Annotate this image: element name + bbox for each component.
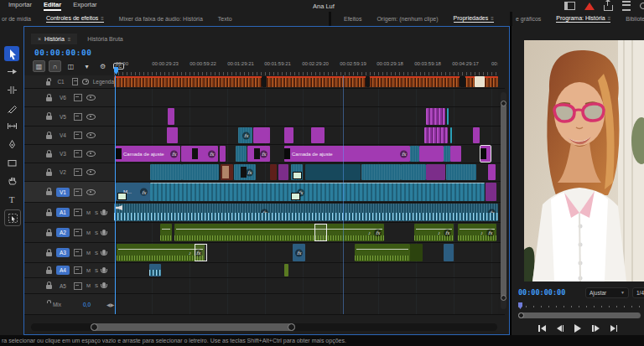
- track-badge[interactable]: A4: [56, 266, 70, 275]
- toggle-track-output-icon[interactable]: [86, 95, 96, 101]
- playhead-marker[interactable]: [114, 67, 118, 75]
- timeline-vertical-scrollbar[interactable]: [501, 92, 506, 309]
- track-lane-v3[interactable]: Camada de ajustefxfxfxCamada de ajustefx: [114, 145, 498, 163]
- menu-editar[interactable]: Editar: [44, 1, 61, 11]
- step-back-button[interactable]: [557, 325, 564, 332]
- playhead[interactable]: [115, 75, 116, 314]
- scrollbar-knob[interactable]: [501, 101, 506, 106]
- clip[interactable]: fx: [238, 127, 252, 143]
- clip[interactable]: Camada de ajustefx: [284, 146, 410, 162]
- ripple-edit-tool[interactable]: [4, 82, 19, 97]
- track-lane-a3[interactable]: ♪fxfx: [114, 243, 498, 262]
- clip[interactable]: [450, 127, 452, 143]
- clip[interactable]: [149, 264, 161, 276]
- timeline-settings-button[interactable]: ⚙: [96, 60, 109, 72]
- clip[interactable]: [278, 164, 288, 180]
- clip[interactable]: [426, 108, 445, 125]
- rectangle-tool[interactable]: [4, 155, 19, 170]
- clip[interactable]: [450, 146, 461, 162]
- menu-icon[interactable]: [622, 1, 631, 11]
- step-forward-button[interactable]: [592, 325, 600, 332]
- clip[interactable]: ♪fx: [414, 224, 454, 241]
- tab-or-de-m-dia[interactable]: or de mídia: [2, 16, 31, 22]
- clip[interactable]: ♪fx: [458, 224, 496, 241]
- track-lane-v2[interactable]: fx: [114, 163, 498, 181]
- tab-mixer-da-faixa-de-udio-hist-ria[interactable]: Mixer da faixa de áudio: História: [119, 16, 203, 22]
- clip[interactable]: [410, 244, 423, 261]
- tab-texto[interactable]: Texto: [218, 16, 232, 22]
- clip[interactable]: [291, 164, 303, 180]
- track-header-v2[interactable]: V2: [24, 163, 114, 181]
- hand-tool[interactable]: [4, 173, 19, 188]
- track-badge[interactable]: V6: [56, 93, 70, 102]
- clip[interactable]: [182, 164, 219, 180]
- lock-icon[interactable]: [46, 116, 52, 120]
- clip[interactable]: [460, 76, 465, 87]
- play-button[interactable]: [574, 324, 581, 333]
- program-timecode[interactable]: 00:00:00:00: [518, 288, 565, 297]
- snap-button[interactable]: ∩: [49, 60, 61, 72]
- clip[interactable]: [424, 127, 448, 143]
- sync-lock-icon[interactable]: [74, 249, 82, 256]
- sync-lock-icon[interactable]: [74, 282, 82, 290]
- track-lane-a5[interactable]: [114, 278, 498, 293]
- lock-icon[interactable]: [46, 252, 52, 256]
- clip[interactable]: fx: [293, 244, 305, 261]
- close-icon[interactable]: ×: [38, 36, 41, 42]
- clip[interactable]: fx: [150, 183, 485, 201]
- track-header-a2[interactable]: A2MS: [24, 223, 114, 242]
- lock-icon[interactable]: [46, 153, 52, 158]
- toggle-track-output-icon[interactable]: [86, 132, 96, 138]
- sync-lock-icon[interactable]: [74, 266, 82, 274]
- sync-lock-icon[interactable]: [74, 113, 82, 121]
- clip[interactable]: [284, 127, 293, 143]
- track-header-a5[interactable]: A5MS: [24, 278, 114, 293]
- track-header-a4[interactable]: A4MS: [24, 263, 114, 277]
- lock-icon[interactable]: [46, 172, 52, 176]
- zoom-handle[interactable]: [91, 323, 98, 331]
- track-lane-c1[interactable]: [114, 75, 498, 88]
- clip[interactable]: fxfx: [114, 204, 498, 221]
- track-header-v6[interactable]: V6: [24, 89, 114, 106]
- clip[interactable]: [253, 127, 270, 143]
- lock-icon[interactable]: [46, 285, 52, 289]
- tab-controles-de-efeitos[interactable]: Controles de efeitos≡: [46, 15, 104, 23]
- scrollbar-thumb[interactable]: [91, 323, 295, 331]
- clip[interactable]: [236, 146, 247, 162]
- lock-icon[interactable]: [46, 97, 52, 101]
- go-to-in-button[interactable]: [538, 325, 546, 332]
- track-lane-a2[interactable]: ♪fx♪fx♪fx: [114, 223, 498, 242]
- nest-sequence-button[interactable]: ▥: [33, 60, 45, 72]
- track-lane-v1[interactable]: M...fxfx: [114, 182, 498, 202]
- tab-e-gr-ficos[interactable]: e gráficos: [516, 16, 541, 22]
- menu-exportar[interactable]: Exportar: [73, 1, 96, 11]
- mute-button[interactable]: M: [86, 210, 91, 215]
- clip[interactable]: [311, 127, 325, 143]
- track-header-c1[interactable]: C1Legenda: [24, 75, 114, 88]
- clip[interactable]: [270, 164, 277, 180]
- clip[interactable]: [488, 164, 496, 180]
- sync-lock-icon[interactable]: [74, 209, 82, 216]
- clip[interactable]: [167, 127, 178, 143]
- timeline-timecode[interactable]: 00:00:00:00: [34, 48, 91, 57]
- toggle-track-output-icon[interactable]: [86, 114, 96, 120]
- lock-icon[interactable]: [46, 81, 50, 85]
- clip[interactable]: [361, 164, 401, 180]
- sync-lock-icon[interactable]: [74, 168, 82, 176]
- solo-button[interactable]: S: [95, 250, 98, 256]
- linked-selection-button[interactable]: ◫: [65, 60, 77, 72]
- lock-icon[interactable]: [46, 270, 52, 274]
- mute-button[interactable]: M: [86, 230, 91, 235]
- clip[interactable]: [480, 146, 491, 162]
- clip[interactable]: [160, 224, 172, 241]
- clip[interactable]: [486, 183, 496, 201]
- clip[interactable]: [355, 244, 410, 261]
- panel-menu-icon[interactable]: ≡: [608, 16, 611, 21]
- clip[interactable]: [305, 164, 361, 180]
- sync-lock-icon[interactable]: [74, 150, 82, 158]
- selection-tool[interactable]: [4, 46, 19, 61]
- solo-button[interactable]: S: [95, 268, 98, 273]
- track-badge[interactable]: A5: [56, 281, 70, 291]
- track-lane-a4[interactable]: [114, 263, 498, 277]
- program-scrollbar[interactable]: [518, 312, 641, 318]
